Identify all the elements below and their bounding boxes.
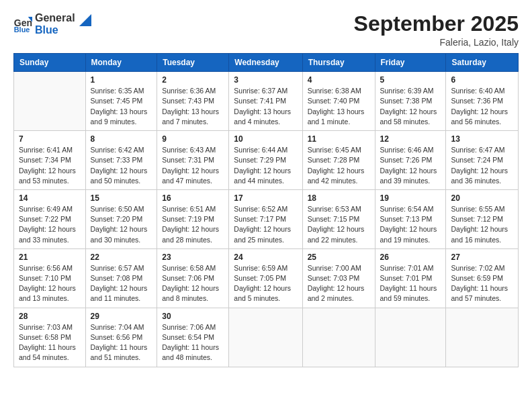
day-number: 5	[380, 75, 441, 85]
table-row: 15Sunrise: 6:50 AMSunset: 7:20 PMDayligh…	[85, 189, 157, 248]
day-info: Sunrise: 7:00 AMSunset: 7:03 PMDaylight:…	[308, 263, 370, 304]
day-number: 8	[91, 134, 152, 144]
day-info: Sunrise: 6:49 AMSunset: 7:22 PMDaylight:…	[19, 204, 81, 245]
calendar-week-row: 1Sunrise: 6:35 AMSunset: 7:45 PMDaylight…	[14, 72, 519, 131]
day-info: Sunrise: 6:47 AMSunset: 7:24 PMDaylight:…	[451, 145, 513, 186]
table-row: 5Sunrise: 6:39 AMSunset: 7:38 PMDaylight…	[375, 72, 446, 131]
table-row: 18Sunrise: 6:53 AMSunset: 7:15 PMDayligh…	[302, 189, 375, 248]
day-info: Sunrise: 6:54 AMSunset: 7:13 PMDaylight:…	[380, 204, 441, 245]
table-row: 12Sunrise: 6:46 AMSunset: 7:26 PMDayligh…	[375, 131, 446, 190]
day-info: Sunrise: 6:42 AMSunset: 7:33 PMDaylight:…	[91, 145, 152, 186]
day-number: 18	[308, 193, 370, 203]
day-number: 12	[380, 134, 441, 144]
calendar-week-row: 7Sunrise: 6:41 AMSunset: 7:34 PMDaylight…	[14, 131, 519, 190]
day-number: 20	[451, 193, 513, 203]
table-row: 11Sunrise: 6:45 AMSunset: 7:28 PMDayligh…	[302, 131, 375, 190]
logo: General Blue General Blue	[13, 12, 91, 37]
table-row: 6Sunrise: 6:40 AMSunset: 7:36 PMDaylight…	[446, 72, 519, 131]
month-title: September 2025	[354, 12, 519, 36]
logo-arrow-icon	[77, 14, 91, 29]
calendar-table: Sunday Monday Tuesday Wednesday Thursday…	[13, 53, 519, 367]
table-row: 25Sunrise: 7:00 AMSunset: 7:03 PMDayligh…	[302, 248, 375, 308]
table-row: 3Sunrise: 6:37 AMSunset: 7:41 PMDaylight…	[229, 72, 302, 131]
day-number: 4	[308, 75, 370, 85]
day-info: Sunrise: 7:02 AMSunset: 6:59 PMDaylight:…	[451, 263, 513, 304]
location: Faleria, Lazio, Italy	[354, 37, 519, 48]
day-number: 10	[234, 134, 297, 144]
day-info: Sunrise: 6:37 AMSunset: 7:41 PMDaylight:…	[234, 86, 297, 127]
day-number: 17	[234, 193, 297, 203]
col-sunday: Sunday	[14, 54, 86, 72]
calendar-week-row: 28Sunrise: 7:03 AMSunset: 6:58 PMDayligh…	[14, 308, 519, 367]
col-monday: Monday	[85, 54, 157, 72]
logo-general-text: General	[35, 12, 75, 24]
day-info: Sunrise: 6:44 AMSunset: 7:29 PMDaylight:…	[234, 145, 297, 186]
table-row: 9Sunrise: 6:43 AMSunset: 7:31 PMDaylight…	[157, 131, 229, 190]
col-tuesday: Tuesday	[157, 54, 229, 72]
calendar-week-row: 21Sunrise: 6:56 AMSunset: 7:10 PMDayligh…	[14, 248, 519, 308]
day-number: 16	[162, 193, 224, 203]
day-number: 25	[308, 253, 370, 262]
day-number: 29	[91, 312, 152, 321]
table-row	[375, 308, 446, 367]
day-number: 3	[234, 75, 297, 85]
day-number: 7	[19, 134, 81, 144]
page: General Blue General Blue September 2025…	[0, 0, 532, 411]
table-row	[229, 308, 302, 367]
title-block: September 2025 Faleria, Lazio, Italy	[354, 12, 519, 48]
day-info: Sunrise: 6:40 AMSunset: 7:36 PMDaylight:…	[451, 86, 513, 127]
day-number: 22	[91, 253, 152, 262]
logo-blue-text: Blue	[35, 24, 75, 36]
table-row: 2Sunrise: 6:36 AMSunset: 7:43 PMDaylight…	[157, 72, 229, 131]
day-info: Sunrise: 6:36 AMSunset: 7:43 PMDaylight:…	[162, 86, 224, 127]
table-row: 16Sunrise: 6:51 AMSunset: 7:19 PMDayligh…	[157, 189, 229, 248]
table-row: 27Sunrise: 7:02 AMSunset: 6:59 PMDayligh…	[446, 248, 519, 308]
day-info: Sunrise: 6:39 AMSunset: 7:38 PMDaylight:…	[380, 86, 441, 127]
table-row: 30Sunrise: 7:06 AMSunset: 6:54 PMDayligh…	[157, 308, 229, 367]
day-number: 26	[380, 253, 441, 262]
day-info: Sunrise: 6:51 AMSunset: 7:19 PMDaylight:…	[162, 204, 224, 245]
col-friday: Friday	[375, 54, 446, 72]
day-info: Sunrise: 6:41 AMSunset: 7:34 PMDaylight:…	[19, 145, 81, 186]
table-row: 7Sunrise: 6:41 AMSunset: 7:34 PMDaylight…	[14, 131, 86, 190]
table-row: 8Sunrise: 6:42 AMSunset: 7:33 PMDaylight…	[85, 131, 157, 190]
day-info: Sunrise: 7:04 AMSunset: 6:56 PMDaylight:…	[91, 322, 152, 363]
day-number: 2	[162, 75, 224, 85]
day-info: Sunrise: 6:52 AMSunset: 7:17 PMDaylight:…	[234, 204, 297, 245]
day-info: Sunrise: 6:35 AMSunset: 7:45 PMDaylight:…	[91, 86, 152, 127]
table-row: 17Sunrise: 6:52 AMSunset: 7:17 PMDayligh…	[229, 189, 302, 248]
day-info: Sunrise: 6:55 AMSunset: 7:12 PMDaylight:…	[451, 204, 513, 245]
col-thursday: Thursday	[302, 54, 375, 72]
day-number: 14	[19, 193, 81, 203]
day-info: Sunrise: 6:38 AMSunset: 7:40 PMDaylight:…	[308, 86, 370, 127]
table-row: 28Sunrise: 7:03 AMSunset: 6:58 PMDayligh…	[14, 308, 86, 367]
day-info: Sunrise: 6:43 AMSunset: 7:31 PMDaylight:…	[162, 145, 224, 186]
day-info: Sunrise: 6:45 AMSunset: 7:28 PMDaylight:…	[308, 145, 370, 186]
day-info: Sunrise: 6:59 AMSunset: 7:05 PMDaylight:…	[234, 263, 297, 304]
day-number: 13	[451, 134, 513, 144]
table-row: 1Sunrise: 6:35 AMSunset: 7:45 PMDaylight…	[85, 72, 157, 131]
table-row: 26Sunrise: 7:01 AMSunset: 7:01 PMDayligh…	[375, 248, 446, 308]
day-number: 15	[91, 193, 152, 203]
table-row	[302, 308, 375, 367]
table-row: 24Sunrise: 6:59 AMSunset: 7:05 PMDayligh…	[229, 248, 302, 308]
day-number: 23	[162, 253, 224, 262]
day-number: 6	[451, 75, 513, 85]
table-row: 23Sunrise: 6:58 AMSunset: 7:06 PMDayligh…	[157, 248, 229, 308]
day-number: 28	[19, 312, 81, 321]
day-number: 30	[162, 312, 224, 321]
table-row: 10Sunrise: 6:44 AMSunset: 7:29 PMDayligh…	[229, 131, 302, 190]
day-number: 21	[19, 253, 81, 262]
day-info: Sunrise: 7:06 AMSunset: 6:54 PMDaylight:…	[162, 322, 224, 363]
svg-text:Blue: Blue	[14, 26, 30, 34]
table-row: 14Sunrise: 6:49 AMSunset: 7:22 PMDayligh…	[14, 189, 86, 248]
day-number: 9	[162, 134, 224, 144]
day-number: 27	[451, 253, 513, 262]
table-row: 19Sunrise: 6:54 AMSunset: 7:13 PMDayligh…	[375, 189, 446, 248]
table-row	[446, 308, 519, 367]
col-wednesday: Wednesday	[229, 54, 302, 72]
day-info: Sunrise: 6:57 AMSunset: 7:08 PMDaylight:…	[91, 263, 152, 304]
day-number: 11	[308, 134, 370, 144]
day-number: 1	[91, 75, 152, 85]
table-row: 21Sunrise: 6:56 AMSunset: 7:10 PMDayligh…	[14, 248, 86, 308]
